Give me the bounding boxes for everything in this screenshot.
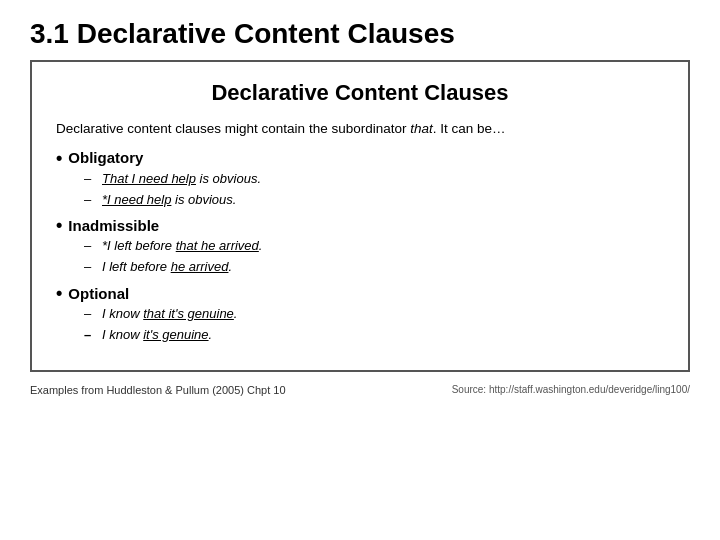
bullet-list: • Obligatory – That I need help is obvio… xyxy=(56,149,664,346)
bullet-dot: • xyxy=(56,216,62,234)
page-container: 3.1 Declarative Content Clauses Declarat… xyxy=(0,0,720,396)
dash: – xyxy=(84,304,98,325)
underline-text: *I need help xyxy=(102,192,171,207)
sub-list-optional: – I know that it's genuine. – I know it'… xyxy=(56,304,664,346)
sub-item-text: *I left before that he arrived. xyxy=(102,236,262,257)
bullet-dot: • xyxy=(56,284,62,302)
footer-left: Examples from Huddleston & Pullum (2005)… xyxy=(30,384,286,396)
sub-list-inadmissible: – *I left before that he arrived. – I le… xyxy=(56,236,664,278)
page-title: 3.1 Declarative Content Clauses xyxy=(0,0,720,60)
sub-item: – I know that it's genuine. xyxy=(84,304,664,325)
box-title: Declarative Content Clauses xyxy=(56,80,664,106)
underline-text: That I need help xyxy=(102,171,196,186)
dash: – xyxy=(84,325,98,346)
dash: – xyxy=(84,257,98,278)
bullet-item-optional: • Optional – I know that it's genuine. –… xyxy=(56,284,664,346)
bullet-item-inadmissible: • Inadmissible – *I left before that he … xyxy=(56,216,664,278)
dash: – xyxy=(84,190,98,211)
sub-item: – *I need help is obvious. xyxy=(84,190,664,211)
bullet-item-obligatory: • Obligatory – That I need help is obvio… xyxy=(56,149,664,211)
bullet-text-obligatory: Obligatory xyxy=(68,149,143,166)
sub-item: – I know it's genuine. xyxy=(84,325,664,346)
underline-text: that he arrived xyxy=(176,238,259,253)
bullet-label-optional: • Optional xyxy=(56,284,664,302)
bullet-text-optional: Optional xyxy=(68,285,129,302)
footer-source: Source: http://staff.washington.edu/deve… xyxy=(452,384,690,395)
sub-list-obligatory: – That I need help is obvious. – *I need… xyxy=(56,169,664,211)
sub-item: – That I need help is obvious. xyxy=(84,169,664,190)
intro-text: Declarative content clauses might contai… xyxy=(56,120,664,139)
underline-text: he arrived xyxy=(171,259,229,274)
bullet-dot: • xyxy=(56,149,62,167)
dash: – xyxy=(84,236,98,257)
sub-item-text: *I need help is obvious. xyxy=(102,190,236,211)
sub-item-text: I left before he arrived. xyxy=(102,257,232,278)
bullet-label-inadmissible: • Inadmissible xyxy=(56,216,664,234)
sub-item-text: I know that it's genuine. xyxy=(102,304,237,325)
sub-item-text: That I need help is obvious. xyxy=(102,169,261,190)
sub-item: – *I left before that he arrived. xyxy=(84,236,664,257)
bullet-text-inadmissible: Inadmissible xyxy=(68,217,159,234)
sub-item-text: I know it's genuine. xyxy=(102,325,212,346)
dash: – xyxy=(84,169,98,190)
content-box: Declarative Content Clauses Declarative … xyxy=(30,60,690,372)
underline-text: that it's genuine xyxy=(143,306,234,321)
underline-text: it's genuine xyxy=(143,327,208,342)
sub-item: – I left before he arrived. xyxy=(84,257,664,278)
footer: Examples from Huddleston & Pullum (2005)… xyxy=(0,372,720,396)
bullet-label-obligatory: • Obligatory xyxy=(56,149,664,167)
